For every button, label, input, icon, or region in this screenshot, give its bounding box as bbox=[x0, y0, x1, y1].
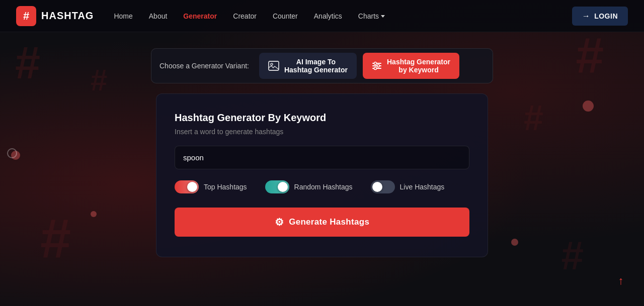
card-subtitle: Insert a word to generate hashtags bbox=[175, 128, 469, 136]
toggles-row: Top Hashtags Random Hashtags Live Hashta… bbox=[175, 180, 469, 193]
svg-point-1 bbox=[271, 63, 273, 65]
toggle-live-hashtags: Live Hashtags bbox=[371, 180, 445, 193]
toggle-top-knob bbox=[187, 182, 197, 192]
nav-analytics[interactable]: Analytics bbox=[314, 12, 342, 20]
card-title: Hashtag Generator By Keyword bbox=[175, 112, 469, 124]
scroll-top-arrow-icon: ↑ bbox=[618, 275, 624, 286]
variant-keyword-button[interactable]: Hashtag Generatorby Keyword bbox=[363, 53, 459, 79]
login-button[interactable]: → LOGIN bbox=[572, 7, 628, 26]
nav-links: Home About Generator Creator Counter Ana… bbox=[114, 12, 572, 20]
toggle-random-knob bbox=[278, 182, 288, 192]
image-icon bbox=[268, 61, 279, 71]
toggle-top-hashtags: Top Hashtags bbox=[175, 180, 247, 193]
nav-home[interactable]: Home bbox=[114, 12, 132, 20]
variant-image-label: AI Image ToHashtag Generator bbox=[284, 58, 348, 74]
variant-selector-bar: Choose a Generator Variant: AI Image ToH… bbox=[151, 48, 493, 83]
nav-generator[interactable]: Generator bbox=[183, 12, 217, 20]
generate-button[interactable]: ⚙ Generate Hashtags bbox=[175, 208, 469, 237]
variant-bar-label: Choose a Generator Variant: bbox=[159, 62, 249, 70]
toggle-random-switch[interactable] bbox=[265, 180, 289, 193]
toggle-live-label: Live Hashtags bbox=[400, 183, 445, 191]
nav-creator[interactable]: Creator bbox=[233, 12, 257, 20]
toggle-top-label: Top Hashtags bbox=[204, 183, 247, 191]
generator-card: Hashtag Generator By Keyword Insert a wo… bbox=[156, 93, 488, 257]
nav-charts[interactable]: Charts bbox=[358, 12, 385, 20]
svg-point-7 bbox=[374, 67, 377, 70]
nav-about[interactable]: About bbox=[149, 12, 168, 20]
svg-point-5 bbox=[374, 62, 377, 65]
variant-keyword-label: Hashtag Generatorby Keyword bbox=[387, 58, 450, 74]
toggle-random-hashtags: Random Hashtags bbox=[265, 180, 353, 193]
toggle-live-knob bbox=[372, 182, 382, 192]
svg-point-6 bbox=[377, 65, 380, 67]
nav-counter[interactable]: Counter bbox=[273, 12, 298, 20]
logo-icon: # bbox=[16, 6, 36, 26]
keyword-input[interactable] bbox=[175, 146, 469, 169]
main-content: Choose a Generator Variant: AI Image ToH… bbox=[0, 32, 644, 257]
logo-text: HASHTAG bbox=[41, 10, 94, 22]
login-icon: → bbox=[582, 12, 591, 21]
toggle-top-switch[interactable] bbox=[175, 180, 199, 193]
toggle-random-label: Random Hashtags bbox=[294, 183, 353, 191]
chevron-down-icon bbox=[381, 15, 385, 18]
toggle-live-switch[interactable] bbox=[371, 180, 395, 193]
svg-rect-0 bbox=[269, 61, 279, 70]
variant-image-button[interactable]: AI Image ToHashtag Generator bbox=[259, 53, 357, 79]
scroll-top-button[interactable]: ↑ bbox=[612, 272, 630, 290]
gear-icon: ⚙ bbox=[275, 216, 284, 228]
navbar: # HASHTAG Home About Generator Creator C… bbox=[0, 0, 644, 32]
nav-logo[interactable]: # HASHTAG bbox=[16, 6, 94, 26]
sliders-icon bbox=[372, 61, 382, 71]
